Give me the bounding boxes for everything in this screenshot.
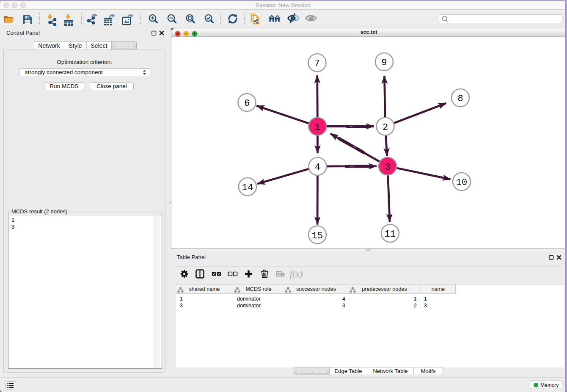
svg-text:1: 1 xyxy=(315,122,320,133)
svg-text:4: 4 xyxy=(315,162,320,173)
svg-text:7: 7 xyxy=(314,58,320,69)
svg-text:2: 2 xyxy=(383,122,388,133)
svg-text:10: 10 xyxy=(456,177,467,188)
svg-text:3: 3 xyxy=(385,162,390,173)
svg-text:6: 6 xyxy=(244,98,250,109)
svg-text:11: 11 xyxy=(385,229,396,240)
svg-text:8: 8 xyxy=(457,94,463,104)
svg-text:f(x): f(x) xyxy=(290,268,303,279)
svg-text:14: 14 xyxy=(242,182,253,193)
svg-text:15: 15 xyxy=(312,231,323,241)
svg-text:9: 9 xyxy=(381,58,387,68)
